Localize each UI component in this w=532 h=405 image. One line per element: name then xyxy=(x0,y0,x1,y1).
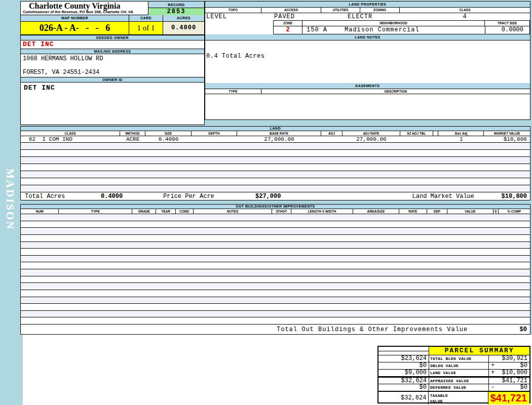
out-buildings-empty-row xyxy=(21,276,530,284)
county-title-cell: Charlotte County Virginia Commissioner o… xyxy=(21,2,148,15)
mailing-address: 1068 HERMANS HOLLOW RD FOREST, VA 24551-… xyxy=(21,54,204,77)
land-notes-value: 0.4 Total Acres xyxy=(205,40,530,83)
neighborhood-cell: 150 A Madison Commercial xyxy=(302,26,485,34)
out-buildings-empty-row xyxy=(21,221,530,228)
owner-id-value: DET INC xyxy=(21,83,204,125)
summary-row-land-value: $9,000LAND VALUE+$10,800 xyxy=(378,370,529,377)
summary-value-appraised-value: $41,721 xyxy=(502,378,527,384)
owner-id-header: OWNER ID xyxy=(21,77,204,83)
land-col-market-value: MARKET VALUE xyxy=(484,131,529,136)
summary-op-deferred-value: - xyxy=(491,384,495,391)
out-buildings-empty-row xyxy=(21,228,530,235)
summary-row-deferred-value: $0DEFERRED VALUE-$0 xyxy=(378,384,529,391)
summary-value-cell-deferred-value: -$0 xyxy=(489,384,529,391)
land-col-blank xyxy=(433,131,438,136)
land-cell-blank xyxy=(433,136,438,142)
land-col-base-rate: BASE RATE xyxy=(237,131,321,136)
land-cell-method: ACRE xyxy=(120,136,145,142)
land-cell-size-adj: 1 xyxy=(438,136,484,142)
summary-label-deferred-value: DEFERRED VALUE xyxy=(429,384,489,391)
price-per-acre-value: $27,000 xyxy=(255,193,311,200)
neighborhood-name: Madison Commercial xyxy=(345,26,420,34)
record-value: 2853 xyxy=(148,8,204,15)
acres-value: 0.4000 xyxy=(163,22,204,34)
land-cell-sz-adj-tbl xyxy=(400,136,433,142)
map-number-label: MAP NUMBER xyxy=(21,15,129,21)
summary-value-total-bldg-value: $30,921 xyxy=(502,355,527,362)
out-col-type: TYPE xyxy=(59,209,132,214)
summary-row-obldg-value: $0OBLDG VALUE+$0 xyxy=(378,362,529,370)
summary-op-land-value: + xyxy=(491,370,495,376)
record-label: RECORD xyxy=(148,2,204,8)
summary-value-obldg-value: $0 xyxy=(520,362,527,369)
land-market-value: $10,800 xyxy=(474,193,530,200)
deeded-owner-value: DET INC xyxy=(21,40,204,49)
out-col-num: NUM xyxy=(21,209,59,214)
out-buildings-empty-row xyxy=(21,269,530,276)
deeded-owner-header: DEEDED OWNER xyxy=(21,35,204,40)
land-market-value-label: Land Market Value xyxy=(412,193,474,200)
easement-type-label: TYPE xyxy=(205,89,261,94)
neighborhood-code: 150 A xyxy=(307,26,327,34)
commissioner-address: Commissioner of the Revenue, PO Box 308,… xyxy=(23,10,148,14)
out-col-comp: % COMP xyxy=(499,209,530,214)
class-value: 4 xyxy=(400,13,530,20)
property-record-card: MADISON Charlotte County Virginia Commis… xyxy=(0,0,532,405)
summary-label-obldg-value: OBLDG VALUE xyxy=(429,362,489,369)
land-properties-header: LAND PROPERTIES xyxy=(205,2,530,8)
land-col-sz-adj-tbl: SZ ADJ TBL xyxy=(400,131,433,136)
land-empty-row xyxy=(21,143,530,150)
land-empty-row xyxy=(21,150,530,157)
land-col-size-adj: Size Adj xyxy=(438,131,484,136)
land-table: LAND CLASSMETHODSIZEDEPTHBASE RATEADJADJ… xyxy=(20,126,530,200)
summary-value-cell-appraised-value: $41,721 xyxy=(489,378,529,384)
summary-row-total-bldg-value: $23,624TOTAL BLDG VALUE$30,921 xyxy=(378,355,529,362)
zone-value: 2 xyxy=(274,26,302,34)
out-col-length-x-width: LENGTH X WIDTH xyxy=(291,209,354,214)
summary-prior-total-bldg-value: $23,624 xyxy=(378,355,429,362)
land-empty-row xyxy=(21,157,530,164)
summary-row-appraised-value: $32,624APPRAISED VALUE$41,721 xyxy=(378,377,529,384)
record-box: RECORD 2853 xyxy=(148,2,204,15)
out-buildings-empty-row xyxy=(21,317,530,325)
land-data-row-0: 62 I COM INDACRE0.400027,000.0027,000.00… xyxy=(21,136,530,143)
land-cell-size: 0.4000 xyxy=(145,136,191,142)
out-col-rate: RATE xyxy=(399,209,427,214)
summary-row-taxable-value: $32,624TAXABLEVALUE$41,721 xyxy=(378,391,529,404)
access-value: PAVED xyxy=(274,13,295,20)
tract-size-value: 0.0000 xyxy=(485,26,529,34)
summary-label-appraised-value: APPRAISED VALUE xyxy=(429,378,489,384)
out-buildings-rows xyxy=(21,214,530,325)
acres-label: ACRES xyxy=(163,15,204,21)
land-rows: 62 I COM INDACRE0.400027,000.0027,000.00… xyxy=(21,136,530,192)
out-buildings-empty-row xyxy=(21,311,530,318)
out-buildings-empty-row xyxy=(21,256,530,263)
land-col-method: METHOD xyxy=(120,131,145,136)
out-col-sthgt: STHGT xyxy=(272,209,291,214)
address-line-2: FOREST, VA 24551-2434 xyxy=(23,69,204,76)
land-table-header: LAND xyxy=(21,127,530,131)
price-per-acre-label: Price Per Acre xyxy=(154,193,255,200)
land-col-adj-rate: ADJ RATE xyxy=(343,131,400,136)
out-col-dep: DEP xyxy=(427,209,447,214)
out-buildings-header: OUT BUILDINGS/OTHER IMPROVEMENTS xyxy=(21,205,530,209)
card-label: CARD xyxy=(129,15,163,21)
summary-prior-header-cell xyxy=(378,347,429,355)
parcel-summary-title: PARCEL SUMMARY xyxy=(429,347,529,355)
land-column-headers: CLASSMETHODSIZEDEPTHBASE RATEADJADJ RATE… xyxy=(21,131,530,136)
land-notes-header: LAND NOTES xyxy=(205,34,530,40)
land-cell-depth xyxy=(192,136,237,142)
out-col-s: S xyxy=(493,209,499,214)
map-number-value: 026-A - A- - - 6 xyxy=(21,22,129,34)
land-empty-row xyxy=(21,171,530,178)
out-buildings-column-headers: NUMTYPEGRADEYEARCONDNOTESSTHGTLENGTH X W… xyxy=(21,209,530,214)
out-buildings-total-row: Total Out Buildings & Other Improvements… xyxy=(21,325,530,334)
out-buildings-empty-row xyxy=(21,214,530,221)
out-buildings-empty-row xyxy=(21,262,530,269)
out-buildings-empty-row xyxy=(21,242,530,249)
out-col-notes: NOTES xyxy=(194,209,273,214)
summary-value-cell-land-value: +$10,800 xyxy=(489,370,529,376)
summary-prior-appraised-value: $32,624 xyxy=(378,378,429,384)
spacer xyxy=(205,20,273,34)
land-cell-class: 62 I COM IND xyxy=(21,136,120,142)
